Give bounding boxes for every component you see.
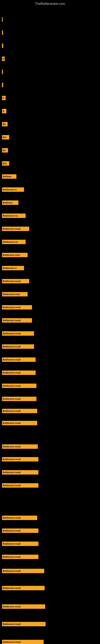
bar-label: Bottlenec	[2, 200, 18, 205]
bar-row: Bottleneck result	[2, 279, 29, 284]
bar-row: Bottleneck result	[2, 396, 36, 401]
bar-row: Bottleneck res	[2, 213, 26, 218]
bar-row	[2, 30, 3, 35]
bar-row	[2, 70, 3, 74]
bar-row: Bottleneck result	[2, 568, 44, 573]
bar-label: Bottleneck result	[2, 444, 38, 449]
bar-row: Bottleneck result	[2, 444, 38, 449]
bar-row: Bottleneck result	[2, 384, 36, 388]
bars-container: R8EBoBotBoBotBottleneBottleneck reBottle…	[0, 6, 100, 644]
bar-label	[2, 17, 3, 22]
bar-row: Bottleneck result	[2, 457, 38, 462]
bar-row: Bottlene	[2, 174, 16, 179]
bar-row: Bo	[2, 122, 8, 126]
bar-row: Bot	[2, 135, 9, 140]
bar-label: Bottleneck re	[2, 187, 24, 192]
bar-row: Bottleneck result	[2, 541, 38, 546]
bar-row: Bottleneck resul	[2, 292, 28, 297]
bar-label: Bottleneck resul	[2, 292, 28, 296]
bar-label: Bottleneck result	[2, 569, 44, 573]
bar-label: Bottleneck result	[2, 528, 38, 533]
bar-label: Bottleneck re	[2, 266, 24, 270]
bar-row: Bottleneck result	[2, 516, 37, 520]
bar-row: Bottleneck res	[2, 240, 26, 244]
bar-label	[2, 83, 3, 87]
bar-row: Bottleneck result	[2, 586, 45, 590]
bar-row: Bottlenec	[2, 200, 18, 205]
bar-row: Bottleneck re	[2, 187, 24, 192]
bar-label: Bottleneck result	[2, 331, 34, 336]
bar-label: Bottleneck result	[2, 622, 46, 626]
bar-row: Bottleneck result	[2, 483, 38, 488]
bar-label: Bottlene	[2, 174, 16, 179]
bar-label: Bottleneck result	[2, 586, 45, 590]
bar-label: Bottleneck result	[2, 421, 37, 425]
bar-label: Bottleneck result	[2, 397, 36, 401]
bar-row: Bottleneck result	[2, 420, 37, 426]
bar-label: Bot	[2, 135, 9, 140]
bar-row: Bottleneck result	[2, 344, 34, 349]
bar-label: Bottleneck result	[2, 409, 37, 413]
bar-label: Bottleneck result	[2, 226, 29, 231]
bar-label: E	[2, 109, 6, 113]
bar-row: Bo	[2, 148, 8, 153]
bar-label	[2, 44, 3, 48]
bar-row: 8	[2, 96, 6, 100]
bar-label: Bottleneck resul	[2, 253, 28, 257]
bar-row: Bot	[2, 161, 9, 166]
bar-row: Bottleneck result	[2, 305, 32, 310]
bar-row: Bottleneck result	[2, 554, 38, 559]
bar-label: Bottleneck result	[2, 555, 38, 559]
bar-row: Bottleneck result	[2, 370, 36, 375]
bar-row: Bottleneck result	[2, 357, 36, 362]
bar-label: Bottleneck res	[2, 240, 26, 244]
bar-label: Bottleneck res	[2, 214, 26, 218]
bar-label: Bottleneck result	[2, 457, 38, 462]
bar-label: 8	[2, 96, 6, 100]
bar-label: R	[2, 56, 5, 61]
bar-label: Bottleneck result	[2, 640, 44, 644]
bar-row: Bottleneck resul	[2, 252, 28, 258]
bar-row: Bottleneck result	[2, 318, 32, 323]
bar-label: Bottleneck result	[2, 370, 36, 375]
bar-label	[2, 70, 3, 74]
bar-row	[2, 82, 3, 87]
bar-label: Bottleneck result	[2, 305, 32, 310]
bar-label: Bottleneck result	[2, 318, 32, 322]
bar-label: Bottleneck result	[2, 516, 37, 520]
bar-row: E	[2, 109, 6, 114]
bar-row: Bottleneck result	[2, 604, 45, 609]
bar-row: Bottleneck result	[2, 226, 29, 231]
bar-label: Bottleneck result	[2, 483, 38, 488]
bar-label: Bottleneck result	[2, 358, 36, 362]
bar-label: Bottleneck result	[2, 604, 45, 609]
bar-row: Bottleneck re	[2, 266, 24, 270]
bar-row: Bottleneck result	[2, 408, 37, 413]
bar-label	[2, 30, 3, 35]
bar-row: R	[2, 56, 5, 61]
bar-row: Bottleneck result	[2, 528, 38, 533]
bar-label: Bot	[2, 161, 9, 166]
bar-label: Bottleneck result	[2, 279, 29, 283]
bar-row: Bottleneck result	[2, 622, 46, 626]
bar-row: Bottleneck result	[2, 470, 38, 475]
bar-label: Bottleneck result	[2, 384, 36, 388]
bar-label: Bottleneck result	[2, 542, 38, 546]
bar-row: Bottleneck result	[2, 640, 44, 644]
bar-label: Bottleneck result	[2, 470, 38, 474]
bar-row: Bottleneck result	[2, 331, 34, 336]
bar-label: Bo	[2, 122, 8, 126]
bar-row	[2, 43, 3, 48]
bar-label: Bo	[2, 148, 8, 152]
bar-row	[2, 17, 3, 22]
bar-label: Bottleneck result	[2, 344, 34, 349]
